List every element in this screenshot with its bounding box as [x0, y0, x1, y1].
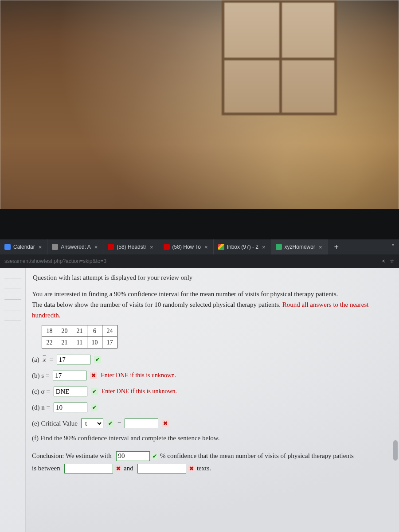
part-e: (e) Critical Value t ✔ = ✖	[32, 419, 387, 428]
question-body: Question with last attempt is displayed …	[26, 268, 393, 532]
part-a: (a) x = ✔	[32, 355, 387, 364]
part-f-label: (f) Find the 90% confidence interval and…	[32, 434, 219, 442]
close-icon[interactable]: ×	[149, 244, 154, 250]
tab-label: Inbox (97) - 2	[227, 244, 258, 250]
data-cell: 21	[72, 325, 87, 337]
calendar-icon	[4, 244, 11, 250]
problem-statement: You are interested in finding a 90% conf…	[32, 289, 387, 321]
part-e-label: (e) Critical Value	[32, 420, 78, 427]
conclusion-tail: texts.	[197, 465, 211, 472]
interval-low-input[interactable]	[64, 464, 113, 473]
conclusion-pre: Conclusion: We estimate with	[32, 452, 113, 459]
tab-label: Answered: A	[61, 244, 90, 250]
room-photo-background	[0, 0, 399, 239]
conclusion-sentence: Conclusion: We estimate with ✔ % confide…	[32, 450, 387, 475]
x-icon: ✖	[90, 372, 97, 379]
tab-label: Calendar	[13, 244, 35, 250]
tab-label: (58) Headstr	[117, 244, 146, 250]
window-in-photo	[222, 0, 337, 115]
part-d: (d) n = ✔	[32, 403, 387, 412]
page-icon	[52, 244, 58, 250]
share-icon[interactable]: <	[382, 258, 385, 264]
tab-gmail-inbox[interactable]: Inbox (97) - 2 ×	[214, 239, 271, 254]
xbar-symbol: x	[43, 356, 46, 364]
part-c: (c) σ = ✔ Enter DNE if this is unknown.	[32, 387, 387, 396]
n-input[interactable]	[54, 403, 87, 412]
check-icon: ✔	[91, 388, 98, 395]
bookmark-star-icon[interactable]: ☆	[390, 258, 395, 264]
data-cell: 22	[42, 337, 57, 348]
close-icon[interactable]: ×	[318, 244, 323, 250]
page-content: Question with last attempt is displayed …	[0, 268, 399, 532]
part-a-label: (a)	[32, 356, 39, 364]
sidebar-item[interactable]	[4, 272, 21, 278]
interval-high-input[interactable]	[137, 464, 186, 473]
s-input[interactable]	[53, 371, 86, 380]
question-nav-sidebar	[0, 268, 26, 532]
tab-label: xyzHomewor	[285, 244, 315, 250]
data-cell: 18	[42, 325, 57, 337]
data-cell: 10	[87, 337, 102, 348]
data-cell: 6	[87, 325, 102, 337]
x-icon: ✖	[162, 420, 169, 427]
tab-youtube-headstr[interactable]: (58) Headstr ×	[103, 239, 159, 254]
sidebar-item[interactable]	[4, 315, 21, 321]
close-icon[interactable]: ×	[261, 244, 266, 250]
close-icon[interactable]: ×	[38, 244, 43, 250]
data-cell: 20	[57, 325, 72, 337]
part-c-hint: Enter DNE if this is unknown.	[102, 388, 177, 395]
close-icon[interactable]: ×	[94, 244, 99, 250]
confidence-percent-input[interactable]	[116, 451, 150, 461]
intro-line-2a: The data below show the number of visits…	[32, 301, 282, 308]
browser-address-bar[interactable]: ssessment/showtest.php?action=skip&to=3 …	[0, 254, 399, 268]
page-scrollbar[interactable]	[393, 299, 398, 527]
check-icon: ✔	[151, 453, 158, 460]
scrollbar-thumb[interactable]	[393, 440, 398, 461]
browser-chrome: Calendar × Answered: A × (58) Headstr × …	[0, 239, 399, 532]
intro-line-1: You are interested in finding a 90% conf…	[32, 290, 338, 297]
x-icon: ✖	[115, 465, 122, 472]
check-icon: ✔	[107, 420, 114, 427]
part-b: (b) s = ✖ Enter DNE if this is unknown.	[32, 371, 387, 380]
conclusion-and: and	[124, 465, 135, 472]
x-icon: ✖	[188, 465, 195, 472]
conclusion-mid2a: is between	[32, 465, 62, 472]
tab-xyzhomework[interactable]: xyzHomewor ×	[271, 239, 328, 254]
youtube-icon	[108, 244, 114, 250]
sigma-input[interactable]	[54, 387, 87, 396]
tab-label: (58) How To	[172, 244, 201, 250]
data-table: 18 20 21 6 24 22 21 11 10 17	[42, 325, 117, 348]
sidebar-item[interactable]	[4, 283, 21, 289]
close-icon[interactable]: ×	[203, 244, 209, 250]
tabs-overflow-chevron-icon[interactable]: ˅	[391, 243, 395, 250]
critical-value-input[interactable]	[125, 419, 158, 428]
data-cell: 11	[72, 337, 87, 348]
data-cell: 17	[102, 337, 117, 348]
gmail-icon	[218, 244, 224, 250]
critical-value-type-select[interactable]: t	[81, 419, 103, 428]
equals: =	[117, 420, 121, 427]
equals: =	[49, 356, 53, 364]
xbar-input[interactable]	[57, 355, 90, 364]
browser-tab-strip: Calendar × Answered: A × (58) Headstr × …	[0, 239, 399, 254]
part-f: (f) Find the 90% confidence interval and…	[32, 434, 387, 442]
data-cell: 24	[102, 325, 117, 337]
check-icon: ✔	[94, 356, 101, 363]
part-c-label: (c) σ =	[32, 388, 50, 395]
tab-answered[interactable]: Answered: A ×	[47, 239, 103, 254]
part-b-hint: Enter DNE if this is unknown.	[101, 372, 176, 379]
conclusion-mid1: % confidence that the mean number of vis…	[160, 452, 354, 459]
part-b-label: (b) s =	[32, 372, 49, 379]
review-notice: Question with last attempt is displayed …	[33, 274, 387, 282]
data-cell: 21	[57, 337, 72, 348]
tab-calendar[interactable]: Calendar ×	[0, 239, 47, 254]
part-d-label: (d) n =	[32, 404, 50, 411]
sidebar-item[interactable]	[4, 304, 21, 310]
sidebar-item[interactable]	[4, 293, 21, 300]
xyz-icon	[276, 244, 282, 250]
tab-youtube-howto[interactable]: (58) How To ×	[159, 239, 214, 254]
youtube-icon	[164, 244, 170, 250]
new-tab-button[interactable]: +	[328, 243, 345, 252]
table-row: 22 21 11 10 17	[42, 337, 117, 348]
check-icon: ✔	[91, 404, 98, 411]
